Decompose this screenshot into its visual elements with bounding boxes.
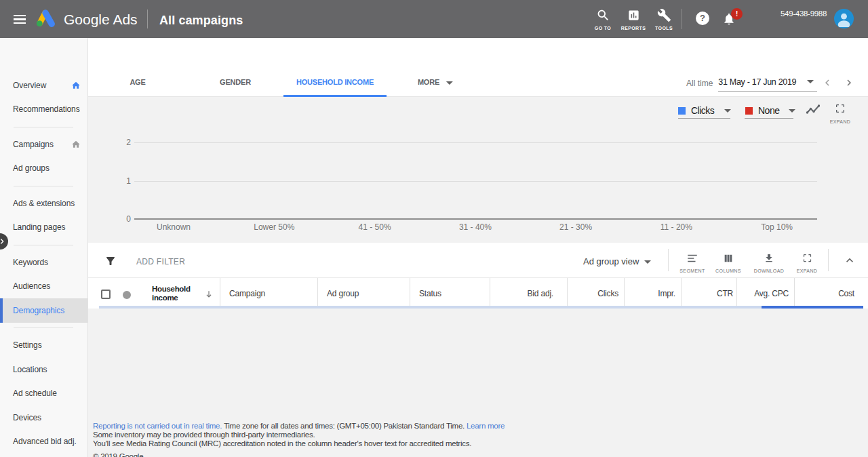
sidebar-divider <box>14 245 73 245</box>
x-axis-label: 41 - 50% <box>359 222 391 232</box>
google-ads-logo-icon <box>36 9 56 30</box>
column-header-cost[interactable]: Cost <box>794 279 854 308</box>
column-header-ctr[interactable]: CTR <box>681 279 733 308</box>
person-icon <box>837 12 851 27</box>
horizontal-scrollbar-thumb[interactable] <box>762 306 863 309</box>
home-icon <box>71 81 81 92</box>
sidebar-item-ads-extensions[interactable]: Ads & extensions <box>0 191 87 216</box>
metric-selector-clicks[interactable]: Clicks <box>678 105 731 116</box>
sidebar-item-devices[interactable]: Devices <box>0 405 87 430</box>
chart-expand-button[interactable] <box>833 103 847 117</box>
tab-more[interactable]: MORE <box>418 78 453 86</box>
sidebar-item-settings[interactable]: Settings <box>0 334 87 358</box>
column-header-ad-group[interactable]: Ad group <box>327 279 359 308</box>
toolbar-divider <box>828 249 829 271</box>
chart-type-button[interactable] <box>806 104 820 117</box>
notification-badge[interactable]: ! <box>731 8 743 20</box>
status-dot-icon <box>123 291 131 299</box>
y-axis-tick: 2 <box>104 138 131 147</box>
expand-icon <box>835 103 846 114</box>
learn-more-link[interactable]: Learn more <box>467 422 505 430</box>
y-axis-tick: 0 <box>104 214 131 224</box>
search-icon <box>587 7 618 22</box>
brand-name: Google Ads <box>64 12 138 28</box>
next-period-button[interactable] <box>843 77 855 92</box>
sidebar-divider <box>14 327 73 328</box>
chevron-right-icon <box>843 77 855 89</box>
sidebar-item-locations[interactable]: Locations <box>0 357 87 382</box>
toolbar-divider <box>668 249 669 271</box>
metric-selector-none[interactable]: None <box>745 105 795 116</box>
metric-underline <box>745 118 793 119</box>
goto-button[interactable]: GO TO <box>587 7 618 31</box>
x-axis-label: Unknown <box>157 222 191 232</box>
sidebar-item-overview[interactable]: Overview <box>0 73 87 98</box>
column-header-bid-adj[interactable]: Bid adj. <box>490 279 553 308</box>
tab-age[interactable]: AGE <box>130 78 145 86</box>
chart-expand-label: EXPAND <box>828 119 852 124</box>
date-range-selector[interactable]: 31 May - 17 Jun 2019 <box>718 75 818 92</box>
dropdown-caret-icon <box>446 81 453 85</box>
sidebar-item-demographics[interactable]: Demographics <box>0 298 87 323</box>
sidebar-item-audiences[interactable]: Audiences <box>0 275 87 299</box>
demographics-tab-bar: AGE GENDER HOUSEHOLD INCOME MORE All tim… <box>88 38 868 97</box>
sidebar-item-landing-pages[interactable]: Landing pages <box>0 216 87 240</box>
reports-button[interactable]: REPORTS <box>618 7 649 31</box>
home-icon <box>71 140 81 151</box>
select-all-checkbox[interactable] <box>101 290 111 299</box>
column-header-avg-cpc[interactable]: Avg. CPC <box>736 279 789 308</box>
table-expand-button[interactable]: EXPAND <box>788 252 826 273</box>
topbar: Google Ads All campaigns GO TO REPORTS T… <box>0 0 868 38</box>
column-header-campaign[interactable]: Campaign <box>229 279 265 308</box>
add-filter-button[interactable]: ADD FILTER <box>136 257 185 266</box>
topbar-divider <box>682 9 682 29</box>
date-range-control: All time 31 May - 17 Jun 2019 <box>686 75 818 92</box>
segment-icon <box>673 252 711 264</box>
reports-label: REPORTS <box>618 26 649 31</box>
sidebar-item-keywords[interactable]: Keywords <box>0 250 87 275</box>
realtime-reporting-link[interactable]: Reporting is not carried out in real tim… <box>93 422 222 430</box>
dropdown-caret-icon <box>644 260 651 264</box>
previous-period-button[interactable] <box>821 77 833 92</box>
topbar-divider <box>147 9 148 28</box>
date-range-underline <box>718 91 817 92</box>
sidebar-item-campaigns[interactable]: Campaigns <box>0 132 87 157</box>
goto-label: GO TO <box>587 26 618 31</box>
sidebar: Overview Recommendations Campaigns Ad gr… <box>0 38 88 457</box>
horizontal-scrollbar <box>99 306 863 309</box>
clicks-swatch <box>678 107 686 115</box>
filter-icon[interactable] <box>104 255 117 270</box>
tab-household-income[interactable]: HOUSEHOLD INCOME <box>296 78 374 86</box>
view-selector[interactable]: Ad group view <box>583 256 651 266</box>
collapse-table-button[interactable] <box>843 254 856 270</box>
sidebar-item-ad-schedule[interactable]: Ad schedule <box>0 382 87 406</box>
chevron-up-icon <box>843 254 856 267</box>
avatar[interactable] <box>834 9 854 28</box>
x-axis-label: Top 10% <box>761 222 793 232</box>
sort-descending-icon[interactable] <box>204 290 214 302</box>
download-button[interactable]: DOWNLOAD <box>750 252 788 273</box>
column-header-status[interactable]: Status <box>419 279 441 308</box>
dropdown-caret-icon <box>789 109 795 113</box>
none-swatch <box>745 107 753 115</box>
help-button[interactable]: ? <box>696 12 709 25</box>
column-header-impr[interactable]: Impr. <box>624 279 675 308</box>
segment-button[interactable]: SEGMENT <box>673 252 711 273</box>
sidebar-item-ad-groups[interactable]: Ad groups <box>0 157 87 181</box>
column-header-clicks[interactable]: Clicks <box>567 279 618 308</box>
tab-gender[interactable]: GENDER <box>220 78 251 86</box>
main-content: AGE GENDER HOUSEHOLD INCOME MORE All tim… <box>88 38 868 457</box>
footer-line-3: You'll see Media Rating Council (MRC) ac… <box>93 439 505 448</box>
sidebar-item-advanced-bid-adj[interactable]: Advanced bid adj. <box>0 430 87 454</box>
reports-icon <box>618 7 649 22</box>
chevron-right-icon <box>0 236 7 247</box>
menu-icon[interactable] <box>14 15 26 24</box>
panel-expander-button[interactable] <box>0 233 8 250</box>
columns-button[interactable]: COLUMNS <box>709 252 747 273</box>
tools-button[interactable]: TOOLS <box>648 7 679 31</box>
download-icon <box>750 252 788 264</box>
dropdown-caret-icon <box>724 109 731 113</box>
x-axis-line <box>134 218 817 220</box>
column-header-household-income[interactable]: Household income <box>152 285 201 302</box>
sidebar-item-recommendations[interactable]: Recommendations <box>0 98 87 122</box>
